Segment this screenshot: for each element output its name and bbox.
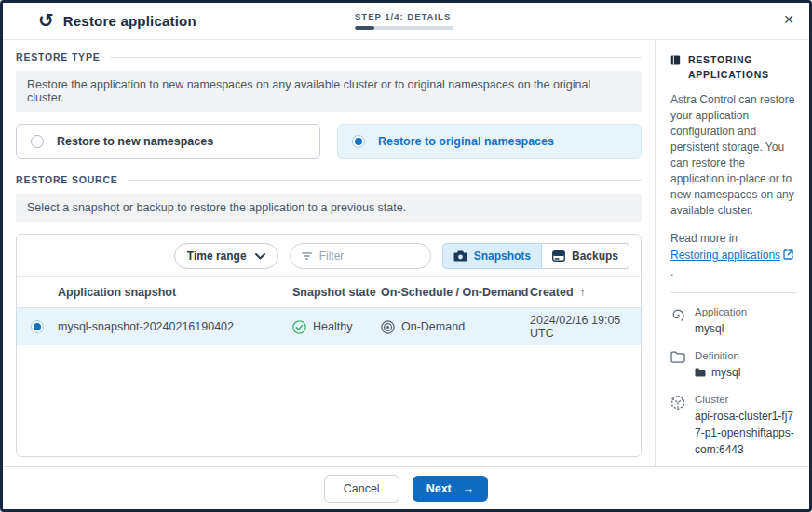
step-progress-fill <box>355 26 374 30</box>
read-more-prefix: Read more in <box>670 232 738 245</box>
dialog-title: Restore application <box>63 13 196 29</box>
sort-ascending-icon: ↑ <box>580 286 586 299</box>
restore-type-banner: Restore the application to new namespace… <box>16 71 642 112</box>
camera-icon <box>453 250 467 262</box>
section-divider <box>110 57 642 58</box>
restore-source-title: RESTORE SOURCE <box>16 174 118 185</box>
chevron-down-icon <box>255 253 265 260</box>
cluster-label: Cluster <box>695 394 796 405</box>
healthy-check-icon <box>292 320 306 334</box>
backups-tab[interactable]: Backups <box>542 243 629 269</box>
snapshot-table-card: Time range <box>16 234 642 457</box>
section-divider <box>128 180 642 181</box>
restore-type-section-header: RESTORE TYPE <box>16 51 642 62</box>
close-icon[interactable]: ✕ <box>783 12 794 27</box>
time-range-label: Time range <box>187 249 247 263</box>
created-cell: 2024/02/16 19:05 UTC <box>530 314 641 340</box>
filter-input[interactable] <box>319 249 419 263</box>
restore-source-section-header: RESTORE SOURCE <box>16 174 642 185</box>
option-restore-original-namespaces[interactable]: Restore to original namespaces <box>337 124 642 159</box>
cluster-value: api-rosa-cluster1-fj77-p1-openshiftapps-… <box>695 408 796 458</box>
snapshots-tab-label: Snapshots <box>474 249 531 263</box>
col-snapshot-state[interactable]: Snapshot state <box>292 286 381 299</box>
radio-unchecked-icon[interactable] <box>31 135 44 148</box>
definition-label: Definition <box>695 350 740 361</box>
step-label: STEP 1/4: DETAILS <box>355 11 457 21</box>
application-value: mysql <box>695 320 747 337</box>
dialog-header: ↺ Restore application STEP 1/4: DETAILS … <box>3 3 809 40</box>
table-header-row: Application snapshot Snapshot state On-S… <box>17 276 641 308</box>
application-label: Application <box>695 306 747 317</box>
definition-value: mysql <box>711 364 740 381</box>
sidebar-title: RESTORING APPLICATIONS <box>688 53 796 83</box>
option-label: Restore to new namespaces <box>57 135 213 148</box>
snapshot-name: mysql-snapshot-20240216190402 <box>58 320 292 333</box>
table-empty-area <box>17 345 641 456</box>
book-icon <box>670 53 681 67</box>
col-created[interactable]: Created ↑ <box>530 286 641 299</box>
filter-input-wrapper <box>290 243 431 269</box>
radio-checked-icon[interactable] <box>352 135 365 148</box>
backup-drive-icon <box>552 250 565 262</box>
on-demand-bullseye-icon <box>381 320 395 334</box>
filter-icon <box>302 251 312 261</box>
next-button[interactable]: Next → <box>413 476 489 502</box>
col-schedule[interactable]: On-Schedule / On-Demand <box>381 286 530 299</box>
step-progress-track <box>355 26 453 30</box>
read-more-block: Read more in Restoring applications . <box>670 230 796 280</box>
step-indicator: STEP 1/4: DETAILS <box>355 11 457 30</box>
time-range-button[interactable]: Time range <box>174 243 278 269</box>
snapshots-tab[interactable]: Snapshots <box>442 243 542 269</box>
application-spiral-icon <box>670 306 685 337</box>
table-toolbar: Time range <box>17 235 641 276</box>
application-info: Application mysql <box>670 306 796 337</box>
schedule-type-cell: On-Demand <box>381 320 530 334</box>
table-row[interactable]: mysql-snapshot-20240216190402 Healthy On… <box>17 308 641 345</box>
link-suffix: . <box>670 265 673 278</box>
cluster-cube-icon <box>670 394 685 458</box>
sidebar-divider <box>670 292 796 293</box>
restore-application-dialog: ↺ Restore application STEP 1/4: DETAILS … <box>0 0 812 512</box>
help-sidebar: RESTORING APPLICATIONS Astra Control can… <box>655 40 809 466</box>
folder-filled-icon <box>695 368 706 377</box>
restore-type-title: RESTORE TYPE <box>16 51 101 62</box>
folder-outline-icon <box>670 350 685 381</box>
cancel-button[interactable]: Cancel <box>324 475 399 503</box>
backups-tab-label: Backups <box>572 249 618 263</box>
option-label: Restore to original namespaces <box>378 135 554 148</box>
restoring-applications-link[interactable]: Restoring applications <box>670 249 780 262</box>
snapshot-state-cell: Healthy <box>292 320 381 334</box>
option-restore-new-namespaces[interactable]: Restore to new namespaces <box>16 124 320 159</box>
next-button-label: Next <box>426 482 452 495</box>
cluster-info: Cluster api-rosa-cluster1-fj77-p1-opensh… <box>670 394 796 458</box>
sidebar-description: Astra Control can restore your applicati… <box>670 92 796 219</box>
external-link-icon[interactable] <box>783 249 793 260</box>
row-radio-checked-icon[interactable] <box>31 320 44 333</box>
source-type-toggle: Snapshots Backups <box>442 243 629 269</box>
main-content: RESTORE TYPE Restore the application to … <box>3 40 655 466</box>
definition-info: Definition mysql <box>670 350 796 381</box>
col-application-snapshot[interactable]: Application snapshot <box>58 286 292 299</box>
dialog-footer: Cancel Next → <box>3 466 809 509</box>
restore-icon: ↺ <box>38 11 54 30</box>
restore-type-options: Restore to new namespaces Restore to ori… <box>16 124 642 159</box>
next-arrow-icon: → <box>463 482 475 495</box>
restore-source-banner: Select a snapshot or backup to restore t… <box>16 194 642 222</box>
